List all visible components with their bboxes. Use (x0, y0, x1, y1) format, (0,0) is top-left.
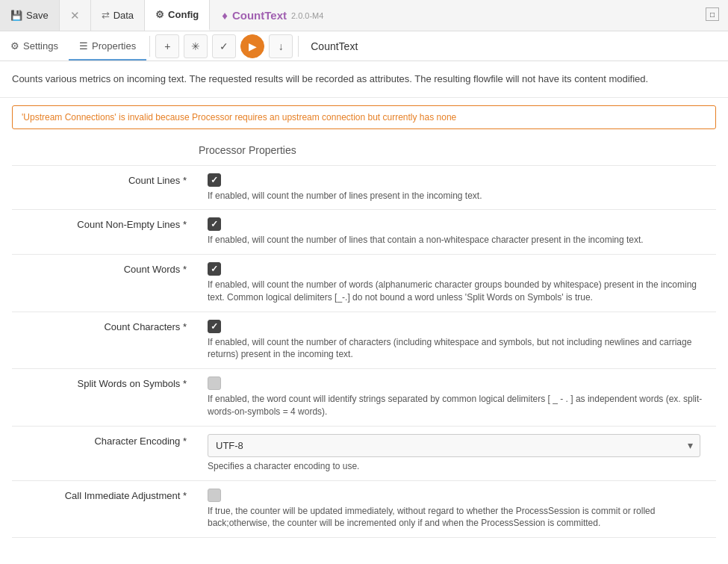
prop-label-3: Count Characters * (12, 312, 199, 369)
toolbar-divider-2 (298, 36, 299, 57)
prop-value-2: If enabled, will count the number of wor… (199, 255, 716, 312)
prop-description-2: If enabled, will count the number of wor… (208, 279, 707, 304)
description-box: Counts various metrics on incoming text.… (0, 61, 728, 98)
prop-description-1: If enabled, will count the number of lin… (208, 234, 707, 247)
prop-description-6: If true, the counter will be updated imm… (208, 505, 707, 530)
prop-label-0: Count Lines * (12, 165, 199, 210)
app-version: 2.0.0-M4 (291, 11, 323, 20)
save-button[interactable]: 💾 Save (0, 0, 60, 31)
properties-section: Processor Properties Count Lines *If ena… (0, 137, 728, 546)
settings-label: Settings (23, 40, 58, 52)
properties-tab[interactable]: ☰ Properties (69, 31, 146, 61)
config-tab-button[interactable]: ⚙ Config (145, 0, 210, 31)
checkbox-wrapper-4 (208, 376, 707, 390)
share-icon: ⇄ (102, 10, 110, 21)
prop-description-4: If enabled, the word count will identify… (208, 393, 707, 418)
prop-value-4: If enabled, the word count will identify… (199, 369, 716, 427)
prop-value-6: If true, the counter will be updated imm… (199, 480, 716, 538)
properties-table: Count Lines *If enabled, will count the … (12, 165, 716, 539)
prop-value-1: If enabled, will count the number of lin… (199, 210, 716, 255)
table-row: Count Characters *If enabled, will count… (12, 312, 716, 369)
data-label: Data (113, 10, 134, 21)
prop-value-0: If enabled, will count the number of lin… (199, 165, 716, 210)
properties-label: Properties (92, 40, 136, 52)
section-title: Processor Properties (12, 144, 716, 156)
table-row: Call Immediate Adjustment *If true, the … (12, 480, 716, 538)
config-label: Config (168, 9, 199, 20)
toolbar-divider (149, 36, 150, 57)
checkbox-wrapper-0 (208, 173, 707, 187)
data-tab-button[interactable]: ⇄ Data (91, 0, 145, 31)
checkbox-wrapper-2 (208, 262, 707, 276)
prop-description-0: If enabled, will count the number of lin… (208, 190, 707, 202)
prop-value-5: UTF-8UTF-16ISO-8859-1US-ASCII▾Specifies … (199, 426, 716, 480)
encoding-select[interactable]: UTF-8UTF-16ISO-8859-1US-ASCII (208, 434, 700, 457)
app-title-icon: ♦ (222, 9, 228, 22)
close-button[interactable]: ✕ (60, 0, 91, 31)
prop-label-4: Split Words on Symbols * (12, 369, 199, 427)
app-title-area: ♦ CountText 2.0.0-M4 (210, 9, 335, 22)
play-button[interactable]: ▶ (240, 34, 264, 58)
main-content: Counts various metrics on incoming text.… (0, 61, 728, 564)
download-button[interactable]: ↓ (269, 34, 293, 58)
settings-tab[interactable]: ⚙ Settings (0, 31, 69, 61)
check-button[interactable]: ✓ (212, 34, 236, 58)
table-row: Split Words on Symbols *If enabled, the … (12, 369, 716, 427)
warning-box: 'Upstream Connections' is invalid becaus… (12, 105, 716, 129)
select-wrapper-5: UTF-8UTF-16ISO-8859-1US-ASCII▾ (208, 434, 700, 457)
description-text: Counts various metrics on incoming text.… (12, 73, 648, 84)
prop-value-3: If enabled, will count the number of cha… (199, 312, 716, 369)
top-toolbar: 💾 Save ✕ ⇄ Data ⚙ Config ♦ CountText 2.0… (0, 0, 728, 31)
checkbox-4[interactable] (208, 376, 221, 390)
checkbox-1[interactable] (208, 217, 221, 231)
save-icon: 💾 (10, 10, 22, 21)
close-icon: ✕ (70, 9, 80, 22)
properties-icon: ☰ (79, 40, 88, 52)
second-toolbar: ⚙ Settings ☰ Properties + ✳ ✓ ▶ ↓ CountT… (0, 31, 728, 61)
checkbox-wrapper-6 (208, 489, 707, 502)
checkbox-2[interactable] (208, 262, 221, 276)
checkbox-wrapper-1 (208, 217, 707, 231)
warning-text: 'Upstream Connections' is invalid becaus… (22, 112, 456, 123)
checkbox-wrapper-3 (208, 320, 707, 333)
prop-description-5: Specifies a character encoding to use. (208, 460, 707, 473)
maximize-button[interactable]: □ (706, 7, 719, 21)
table-row: Character Encoding *UTF-8UTF-16ISO-8859-… (12, 426, 716, 480)
app-title-text: CountText (232, 9, 287, 22)
prop-description-3: If enabled, will count the number of cha… (208, 336, 707, 362)
table-row: Count Words *If enabled, will count the … (12, 255, 716, 312)
checkbox-6[interactable] (208, 489, 221, 502)
table-row: Count Lines *If enabled, will count the … (12, 165, 716, 210)
add-button[interactable]: + (155, 34, 179, 58)
config-icon: ⚙ (155, 9, 164, 20)
processor-name: CountText (311, 40, 358, 52)
save-label: Save (26, 10, 49, 21)
asterisk-button[interactable]: ✳ (184, 34, 208, 58)
settings-icon: ⚙ (10, 40, 19, 52)
prop-label-5: Character Encoding * (12, 426, 199, 480)
checkbox-3[interactable] (208, 320, 221, 333)
prop-label-6: Call Immediate Adjustment * (12, 480, 199, 538)
table-row: Count Non-Empty Lines *If enabled, will … (12, 210, 716, 255)
prop-label-1: Count Non-Empty Lines * (12, 210, 199, 255)
prop-label-2: Count Words * (12, 255, 199, 312)
checkbox-0[interactable] (208, 173, 221, 187)
